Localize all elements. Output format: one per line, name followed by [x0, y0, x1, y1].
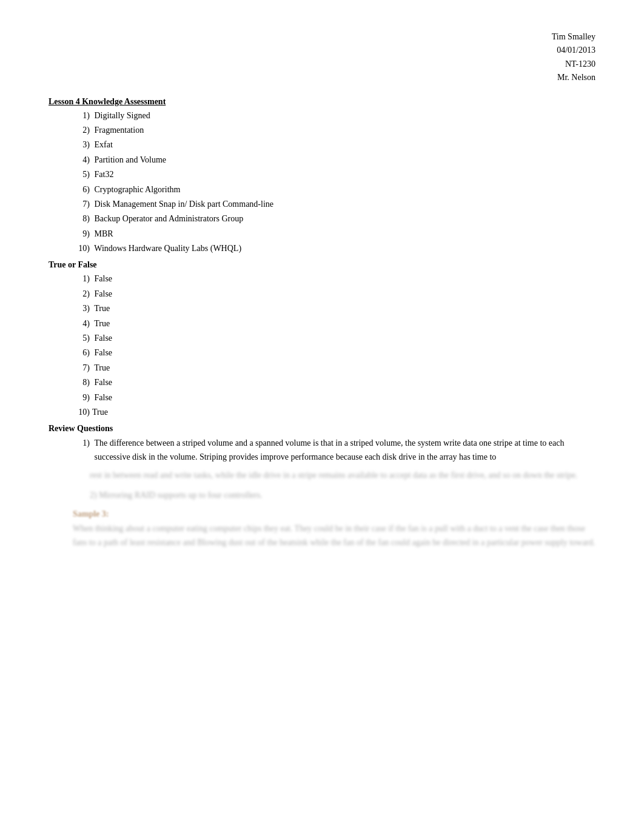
list-item: 3) Exfat [73, 138, 595, 152]
list-item: 5) False [73, 332, 595, 345]
page: Tim Smalley 04/01/2013 NT-1230 Mr. Nelso… [0, 0, 644, 835]
instructor: Mr. Nelson [49, 71, 595, 84]
true-false-title: True or False [49, 260, 595, 270]
knowledge-assessment-list: 1) Digitally Signed 2) Fragmentation 3) … [73, 109, 595, 256]
list-item: 4) True [73, 317, 595, 330]
list-item: 10) Windows Hardware Quality Labs (WHQL) [73, 242, 595, 255]
list-item: 1) False [73, 272, 595, 286]
blurred-paragraph: When thinking about a computer eating co… [73, 521, 595, 549]
blurred-sample-section: Sample 3: When thinking about a computer… [73, 509, 595, 549]
true-false-section: True or False 1) False 2) False 3) True … [49, 260, 595, 419]
student-name: Tim Smalley [49, 30, 595, 44]
review-questions-section: Review Questions 1) The difference betwe… [49, 424, 595, 549]
list-item: 5) Fat32 [73, 168, 595, 181]
list-item: 1) Digitally Signed [73, 109, 595, 122]
list-item: 9) False [73, 391, 595, 404]
list-item: 7) Disk Management Snap in/ Disk part Co… [73, 198, 595, 211]
list-item: 10)True [73, 406, 595, 419]
list-item: 8) Backup Operator and Administrators Gr… [73, 212, 595, 226]
blurred-item2: 2) Mirroring RAID supports up to four co… [90, 488, 595, 502]
list-item: 2) False [73, 287, 595, 301]
list-item: 6) False [73, 346, 595, 360]
list-item: 1) The difference between a striped volu… [73, 436, 595, 464]
list-item: 6) Cryptographic Algorithm [73, 183, 595, 196]
review-list: 1) The difference between a striped volu… [73, 436, 595, 464]
review-questions-title: Review Questions [49, 424, 595, 434]
knowledge-assessment-section: Lesson 4 Knowledge Assessment 1) Digital… [49, 97, 595, 256]
list-item: 9) MBR [73, 227, 595, 241]
list-item: 7) True [73, 361, 595, 375]
list-item: 2) Fragmentation [73, 124, 595, 137]
date: 04/01/2013 [49, 44, 595, 57]
course: NT-1230 [49, 58, 595, 71]
header-info: Tim Smalley 04/01/2013 NT-1230 Mr. Nelso… [49, 30, 595, 85]
knowledge-assessment-title: Lesson 4 Knowledge Assessment [49, 97, 595, 107]
blurred-continuation: rest in between read and write tasks, wh… [90, 468, 595, 482]
blurred-sample-title: Sample 3: [73, 509, 595, 519]
list-item: 8) False [73, 376, 595, 389]
true-false-list: 1) False 2) False 3) True 4) True 5) Fal… [73, 272, 595, 419]
list-item: 3) True [73, 302, 595, 315]
list-item: 4) Partition and Volume [73, 153, 595, 167]
